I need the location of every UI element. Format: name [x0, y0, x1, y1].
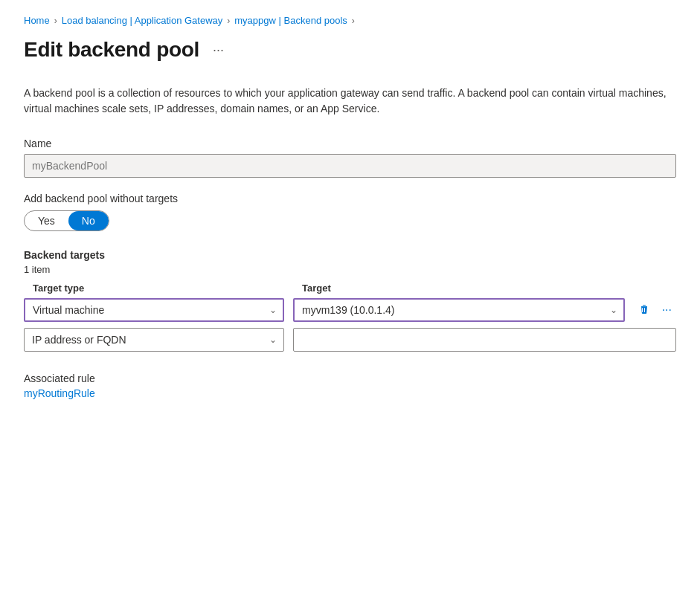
- target-wrapper-2: [293, 328, 676, 352]
- associated-rule-section: Associated rule myRoutingRule: [24, 372, 676, 399]
- delete-button-1[interactable]: [634, 301, 655, 319]
- toggle-container: Yes No: [24, 210, 109, 231]
- target-type-wrapper-1: Virtual machine IP address or FQDN App S…: [24, 298, 284, 322]
- table-header-row: Target type Target: [24, 283, 676, 294]
- table-row: Virtual machine IP address or FQDN App S…: [24, 298, 676, 322]
- name-field-group: Name: [24, 138, 676, 178]
- row-actions-1: ···: [634, 300, 676, 320]
- backend-targets-title: Backend targets: [24, 249, 676, 261]
- breadcrumb-home[interactable]: Home: [24, 15, 50, 26]
- toggle-yes[interactable]: Yes: [25, 211, 68, 230]
- item-count: 1 item: [24, 264, 676, 275]
- more-options-icon-1: ···: [662, 303, 672, 317]
- col-header-target: Target: [295, 283, 676, 294]
- description-text: A backend pool is a collection of resour…: [24, 85, 676, 117]
- page-title: Edit backend pool: [24, 38, 199, 62]
- breadcrumb-load-balancing[interactable]: Load balancing | Application Gateway: [62, 15, 223, 26]
- routing-rule-link[interactable]: myRoutingRule: [24, 387, 95, 399]
- breadcrumb-sep-1: ›: [54, 16, 57, 26]
- table-row: Virtual machine IP address or FQDN App S…: [24, 328, 676, 352]
- ellipsis-button[interactable]: ···: [208, 39, 228, 61]
- breadcrumb-backend-pools[interactable]: myappgw | Backend pools: [234, 15, 347, 26]
- form-section: Name Add backend pool without targets Ye…: [24, 138, 676, 399]
- target-input-2[interactable]: [293, 328, 676, 352]
- target-type-select-2[interactable]: Virtual machine IP address or FQDN App S…: [24, 328, 284, 352]
- backend-targets-section: Backend targets 1 item Target type Targe…: [24, 249, 676, 352]
- more-options-button-1[interactable]: ···: [658, 300, 676, 320]
- toggle-group: Add backend pool without targets Yes No: [24, 193, 676, 231]
- trash-icon: [638, 304, 650, 316]
- name-input[interactable]: [24, 154, 676, 178]
- name-label: Name: [24, 138, 676, 149]
- breadcrumb-sep-3: ›: [352, 16, 355, 26]
- associated-rule-label: Associated rule: [24, 372, 676, 384]
- target-select-1[interactable]: myvm139 (10.0.1.4): [293, 298, 625, 322]
- targets-table: Target type Target Virtual machine IP ad…: [24, 283, 676, 352]
- breadcrumb-sep-2: ›: [227, 16, 230, 26]
- toggle-no[interactable]: No: [68, 211, 109, 230]
- target-type-select-1[interactable]: Virtual machine IP address or FQDN App S…: [24, 298, 284, 322]
- breadcrumb: Home › Load balancing | Application Gate…: [24, 15, 676, 26]
- target-wrapper-1: myvm139 (10.0.1.4) ⌄: [293, 298, 625, 322]
- target-type-wrapper-2: Virtual machine IP address or FQDN App S…: [24, 328, 284, 352]
- toggle-label: Add backend pool without targets: [24, 193, 676, 204]
- col-header-target-type: Target type: [25, 283, 286, 294]
